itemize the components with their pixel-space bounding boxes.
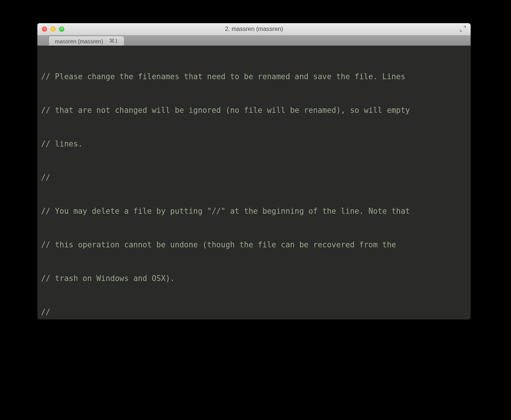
comment-line: // that are not changed will be ignored … xyxy=(41,105,467,116)
tab-label: massren (massren) xyxy=(55,38,103,44)
terminal-window: 2. massren (massren) massren (massren) ⌘… xyxy=(37,23,471,319)
zoom-button[interactable] xyxy=(59,27,64,32)
comment-line: // Please change the filenames that need… xyxy=(41,71,467,82)
comment-line: // xyxy=(41,172,467,183)
tab-bar: massren (massren) ⌘1 xyxy=(37,35,471,46)
traffic-lights xyxy=(37,27,64,32)
fullscreen-icon[interactable] xyxy=(459,25,467,33)
tab-shortcut: ⌘1 xyxy=(109,38,118,44)
minimize-button[interactable] xyxy=(50,27,56,32)
comment-line: // xyxy=(41,306,467,318)
close-button[interactable] xyxy=(42,27,47,32)
comment-line: // lines. xyxy=(41,138,467,149)
window-titlebar[interactable]: 2. massren (massren) xyxy=(37,23,471,35)
comment-line: // You may delete a file by putting "//"… xyxy=(41,206,467,217)
terminal-viewport[interactable]: // Please change the filenames that need… xyxy=(37,46,471,319)
window-title: 2. massren (massren) xyxy=(37,26,471,33)
comment-line: // this operation cannot be undone (thou… xyxy=(41,239,467,250)
tab-massren[interactable]: massren (massren) ⌘1 xyxy=(49,36,124,46)
comment-line: // trash on Windows and OSX). xyxy=(41,273,467,284)
